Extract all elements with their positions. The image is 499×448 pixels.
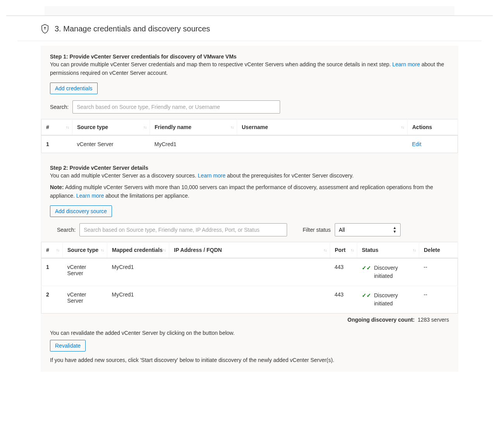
col-friendly-name[interactable]: Friendly name↑↓ <box>150 119 237 136</box>
cell-ip <box>169 286 330 314</box>
step1-search-input[interactable] <box>72 100 280 114</box>
step2-title: Step 2: Provide vCenter Server details <box>50 165 449 171</box>
col-num[interactable]: #↑↓ <box>41 119 72 136</box>
cell-num: 2 <box>41 286 63 314</box>
step2-block: Step 2: Provide vCenter Server details Y… <box>41 165 458 236</box>
cell-delete: -- <box>419 258 458 286</box>
cell-ip <box>169 258 330 286</box>
sort-icon: ↑↓ <box>163 248 166 252</box>
step1-search-label: Search: <box>50 104 69 110</box>
check-icon: ✓✓ <box>362 291 371 300</box>
cell-num: 1 <box>41 258 63 286</box>
table-header-row: #↑↓ Source type↑↓ Friendly name↑↓ Userna… <box>41 119 458 136</box>
cell-mapped: MyCred1 <box>107 286 169 314</box>
credentials-table: #↑↓ Source type↑↓ Friendly name↑↓ Userna… <box>41 119 458 153</box>
sort-icon: ↑↓ <box>323 248 327 252</box>
step2-search-label: Search: <box>57 227 76 233</box>
step1-search-row: Search: <box>50 100 449 114</box>
revalidate-button[interactable]: Revalidate <box>50 340 86 352</box>
table-row: 1 vCenter Server MyCred1 Edit <box>41 135 458 153</box>
cell-num: 1 <box>41 135 72 153</box>
ongoing-discovery-count: Ongoing discovery count: 1283 servers <box>41 314 458 323</box>
cell-status: ✓✓ Discovery initiated <box>357 258 419 286</box>
add-discovery-source-button[interactable]: Add discovery source <box>50 205 112 217</box>
filter-status-select[interactable]: All <box>335 223 401 236</box>
check-icon: ✓✓ <box>362 264 371 272</box>
col-ip[interactable]: IP Address / FQDN↑↓ <box>169 242 330 258</box>
step1-description: You can provide multiple vCenter Server … <box>50 60 449 77</box>
add-credentials-button[interactable]: Add credentials <box>50 83 98 94</box>
cell-source-type: vCenter Server <box>63 258 107 286</box>
table-row: 1 vCenter Server MyCred1 443 ✓✓ Discover… <box>41 258 458 286</box>
sort-icon: ↑↓ <box>66 125 69 129</box>
step2-search-row: Search: Filter status All ▲▼ <box>50 223 449 236</box>
col-delete: Delete <box>419 242 458 258</box>
section-header: 3. Manage credentials and discovery sour… <box>17 16 482 41</box>
cell-port: 443 <box>330 286 357 314</box>
step1-learn-more-link[interactable]: Learn more <box>392 61 420 67</box>
shield-icon <box>41 24 49 34</box>
start-discovery-note: If you have added new sources, click 'St… <box>41 352 458 363</box>
cell-actions: Edit <box>408 135 458 153</box>
cell-username <box>237 135 408 153</box>
panel: Step 1: Provide vCenter Server credentia… <box>41 46 458 372</box>
col-mapped-credentials[interactable]: Mapped credentials↑↓ <box>107 242 169 258</box>
col-num[interactable]: #↑↓ <box>41 242 63 258</box>
cell-port: 443 <box>330 258 357 286</box>
discovery-sources-table: #↑↓ Source type↑↓ Mapped credentials↑↓ I… <box>41 242 458 314</box>
sort-icon: ↑↓ <box>101 248 104 252</box>
cell-status: ✓✓ Discovery initiated <box>357 286 419 314</box>
cell-source-type: vCenter Server <box>63 286 107 314</box>
col-status[interactable]: Status↑↓ <box>357 242 419 258</box>
col-username[interactable]: Username↑↓ <box>237 119 408 136</box>
top-gray-strip <box>45 6 454 16</box>
sort-icon: ↑↓ <box>56 248 59 252</box>
step2-description: You can add multiple vCenter Server as a… <box>50 172 449 180</box>
revalidate-note: You can revalidate the added vCenter Ser… <box>41 323 458 336</box>
col-actions: Actions <box>408 119 458 136</box>
step2-search-input[interactable] <box>79 223 287 236</box>
cell-source-type: vCenter Server <box>72 135 150 153</box>
filter-status-select-wrap: All ▲▼ <box>335 223 401 236</box>
svg-rect-1 <box>45 28 45 30</box>
sort-icon: ↑↓ <box>413 248 416 252</box>
sort-icon: ↑↓ <box>401 125 404 129</box>
cell-delete: -- <box>419 286 458 314</box>
cell-mapped: MyCred1 <box>107 258 169 286</box>
step2-note: Note: Adding multiple vCenter Servers wi… <box>50 183 449 200</box>
step1-block: Step 1: Provide vCenter Server credentia… <box>41 53 458 114</box>
col-source-type[interactable]: Source type↑↓ <box>72 119 150 136</box>
sort-icon: ↑↓ <box>351 248 354 252</box>
filter-status-label: Filter status <box>303 227 330 233</box>
step2-learn-more-link-1[interactable]: Learn more <box>198 172 226 179</box>
section-title: 3. Manage credentials and discovery sour… <box>55 24 210 33</box>
edit-link[interactable]: Edit <box>412 141 422 147</box>
cell-friendly-name: MyCred1 <box>150 135 237 153</box>
step1-title: Step 1: Provide vCenter Server credentia… <box>50 53 449 60</box>
table-header-row: #↑↓ Source type↑↓ Mapped credentials↑↓ I… <box>41 242 458 258</box>
step2-learn-more-link-2[interactable]: Learn more <box>76 193 104 199</box>
sort-icon: ↑↓ <box>143 125 146 129</box>
col-source-type[interactable]: Source type↑↓ <box>63 242 107 258</box>
table-row: 2 vCenter Server MyCred1 443 ✓✓ Discover… <box>41 286 458 314</box>
sort-icon: ↑↓ <box>231 125 234 129</box>
col-port[interactable]: Port↑↓ <box>330 242 357 258</box>
